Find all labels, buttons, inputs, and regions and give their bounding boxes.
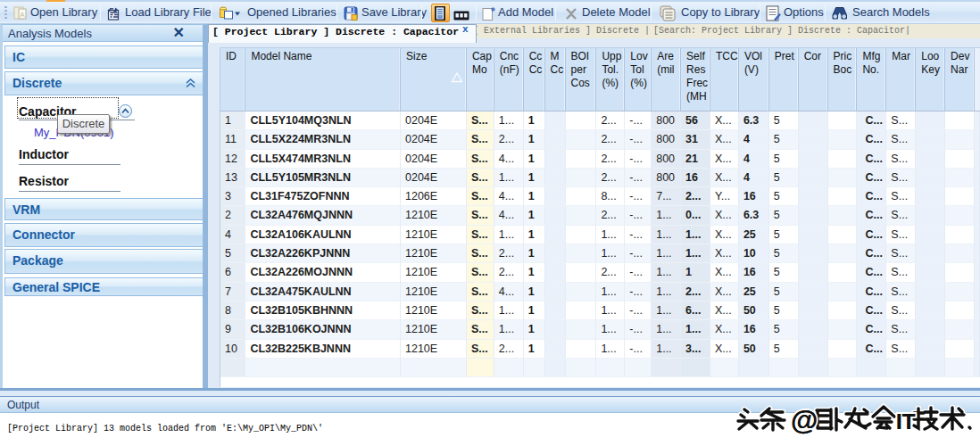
svg-text:A: A [20,11,25,19]
svg-text:@: @ [791,405,818,436]
svg-text:IT: IT [896,409,916,434]
